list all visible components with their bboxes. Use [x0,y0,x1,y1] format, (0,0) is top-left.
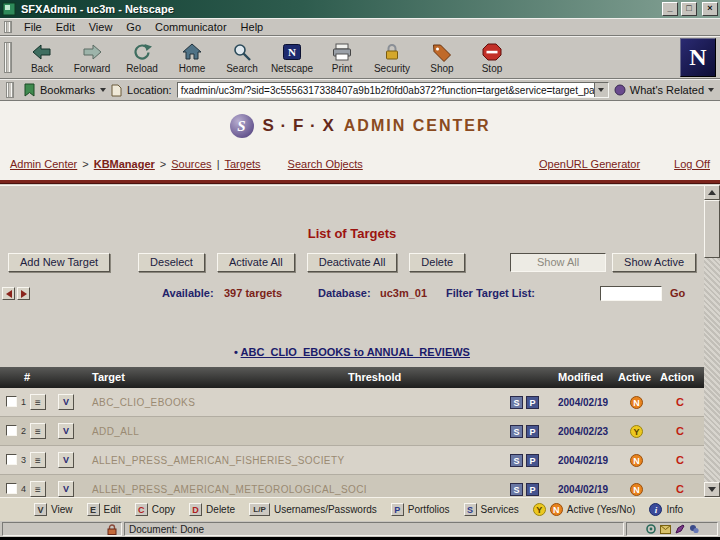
page-header-area: S S · F · X ADMIN CENTER Admin Center > … [0,101,720,180]
component-bar[interactable] [626,522,718,536]
services-badge[interactable]: S [510,425,523,438]
services-badge[interactable]: S [510,454,523,467]
breadcrumb-admin-center[interactable]: Admin Center [10,158,77,170]
menu-view[interactable]: View [82,19,120,35]
forward-label: Forward [74,63,111,74]
menu-communicator[interactable]: Communicator [148,19,234,35]
whats-related-button[interactable]: What's Related [614,80,716,100]
sfx-swirl-icon: S [230,114,254,138]
portfolios-badge[interactable]: P [526,483,539,496]
bookmarks-menu[interactable]: Bookmarks [40,84,95,96]
show-all-button[interactable]: Show All [510,253,606,272]
navigator-icon [646,524,656,534]
reload-button[interactable]: Reload [117,38,167,77]
portfolios-badge[interactable]: P [526,396,539,409]
breadcrumb-sources[interactable]: Sources [171,158,211,170]
toolbar-grip[interactable] [6,82,14,98]
scrollbar-thumb[interactable] [704,200,720,258]
add-new-target-button[interactable]: Add New Target [8,253,110,272]
search-objects-link[interactable]: Search Objects [288,158,363,170]
row-checkbox[interactable] [6,454,17,465]
header-right-links: OpenURL Generator Log Off [539,158,710,170]
url-dropdown-button[interactable] [594,83,608,97]
scroll-down-button[interactable] [704,482,720,497]
deactivate-all-button[interactable]: Deactivate All [307,253,398,272]
vertical-scrollbar[interactable] [704,185,720,497]
row-menu-button[interactable]: ≡ [30,423,46,439]
info-icon: i [649,503,662,516]
row-checkbox[interactable] [6,425,17,436]
menu-go[interactable]: Go [119,19,148,35]
forward-button[interactable]: Forward [67,38,117,77]
breadcrumb-targets[interactable]: Targets [224,158,260,170]
maximize-button[interactable]: □ [681,2,697,16]
shop-tag-icon [431,42,453,62]
row-menu-button[interactable]: ≡ [30,481,46,497]
close-button[interactable]: × [702,2,718,16]
shop-button[interactable]: Shop [417,38,467,77]
netscape-button[interactable]: N Netscape [267,38,317,77]
home-button[interactable]: Home [167,38,217,77]
security-button[interactable]: Security [367,38,417,77]
show-active-button[interactable]: Show Active [612,253,696,272]
print-button[interactable]: Print [317,38,367,77]
row-menu-button[interactable]: ≡ [30,452,46,468]
toolbar-grip[interactable] [4,21,12,33]
whats-related-label: What's Related [630,84,704,96]
portfolios-badge[interactable]: P [526,454,539,467]
url-input[interactable]: fxadmin/uc3m/?sid=3c5556317338407a9b1b2f… [177,82,609,98]
activate-all-button[interactable]: Activate All [217,253,295,272]
discussions-icon [689,524,699,534]
chevron-down-icon [100,88,106,92]
legend-services-label: Services [481,504,519,515]
menu-bar: File Edit View Go Communicator Help [0,18,720,36]
deselect-button[interactable]: Deselect [138,253,205,272]
row-view-button[interactable]: V [58,481,74,497]
row-checkbox[interactable] [6,483,17,494]
search-button[interactable]: Search [217,38,267,77]
services-badge[interactable]: S [510,396,523,409]
stop-button[interactable]: Stop [467,38,517,77]
print-label: Print [332,63,353,74]
toolbar-grip[interactable] [4,42,12,72]
page-icon [111,80,122,100]
delete-button[interactable]: Delete [409,253,465,272]
menu-edit[interactable]: Edit [49,19,82,35]
security-status-segment[interactable] [2,522,122,536]
row-view-button[interactable]: V [58,452,74,468]
security-label: Security [374,63,410,74]
row-view-button[interactable]: V [58,423,74,439]
services-badge[interactable]: S [510,483,523,496]
scroll-up-button[interactable] [704,185,720,200]
portfolios-badge[interactable]: P [526,425,539,438]
menu-help[interactable]: Help [234,19,271,35]
back-button[interactable]: Back [17,38,67,77]
filter-input[interactable] [600,286,662,301]
breadcrumb-kbmanager[interactable]: KBManager [94,158,155,170]
admin-center-logo-text: ADMIN CENTER [344,117,491,135]
previous-page-button[interactable] [2,287,15,300]
title-bar[interactable]: SFXAdmin - uc3m - Netscape _ □ × [0,0,720,18]
go-button[interactable]: Go [670,287,685,299]
copy-action-link[interactable]: C [676,425,684,437]
log-off-link[interactable]: Log Off [674,158,710,170]
netscape-app-icon [2,2,16,16]
row-view-button[interactable]: V [58,394,74,410]
row-menu-button[interactable]: ≡ [30,394,46,410]
chevron-down-icon [708,88,714,92]
menu-file[interactable]: File [17,19,49,35]
target-range-link[interactable]: ABC_CLIO_EBOOKS to ANNUAL_REVIEWS [241,346,470,358]
copy-action-link[interactable]: C [676,483,684,495]
next-page-button[interactable] [17,287,30,300]
minimize-button[interactable]: _ [662,2,678,16]
breadcrumb: Admin Center > KBManager > Sources | Tar… [10,158,710,170]
netscape-logo[interactable]: N [680,38,716,77]
copy-action-link[interactable]: C [676,454,684,466]
header-threshold: Threshold [348,371,401,383]
copy-action-link[interactable]: C [676,396,684,408]
modified-date: 2004/02/19 [558,484,608,495]
table-body: 1 ≡ V ABC_CLIO_EBOOKS S P 2004/02/19 N C… [0,388,704,497]
row-checkbox[interactable] [6,396,17,407]
url-text: fxadmin/uc3m/?sid=3c5556317338407a9b1b2f… [178,85,594,96]
openurl-generator-link[interactable]: OpenURL Generator [539,158,640,170]
